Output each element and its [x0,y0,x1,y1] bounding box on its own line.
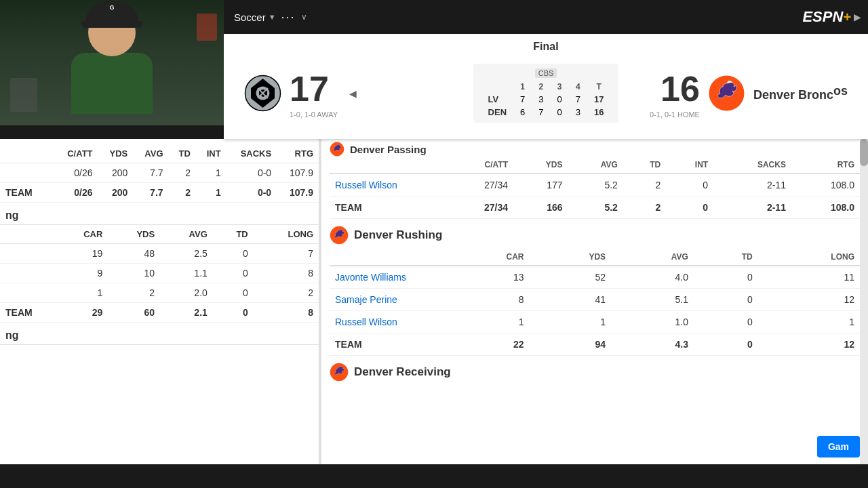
right-passing-team-row: TEAM 27/34 166 5.2 2 0 2-11 108.0 [330,197,860,219]
left-pass-team-name: TEAM [0,183,54,203]
den-total: 16 [587,106,610,119]
left-r1-yds: 48 [108,244,160,264]
q4-header: 4 [569,81,587,93]
lv-q1: 7 [513,93,532,106]
scrollbar-thumb[interactable] [860,139,868,166]
left-p1-yds: 200 [98,163,134,183]
left-r2-avg: 1.1 [160,264,213,283]
rp-team-td: 2 [623,197,666,219]
nav-expand[interactable]: ∨ [301,12,307,22]
left-pass-team-rtg: 107.9 [277,183,319,203]
table-row: 9 10 1.1 0 8 [0,264,319,283]
webcam-feed: G [0,0,224,125]
left-panel: C/ATT YDS AVG TD INT SACKS RTG 0/26 200 [0,139,319,488]
rp-p1-yds: 177 [513,174,568,197]
left-r1-avg: 2.5 [160,244,213,264]
rr-p2-name-link[interactable]: Samaje Perine [335,294,397,305]
main-content: C/ATT YDS AVG TD INT SACKS RTG 0/26 200 [0,139,868,488]
q1-header: 1 [513,81,532,93]
left-r2-name [0,264,54,283]
left-rush-yds-header: YDS [108,225,160,244]
nav-soccer[interactable]: Soccer ▼ [234,12,276,23]
total-header: T [587,81,610,93]
rr-p1-car: 13 [445,266,529,289]
rr-p1-name-link[interactable]: Javonte Williams [335,272,406,283]
webcam-overlay: G [0,0,224,125]
left-rushing-header: ng [0,203,319,225]
nav-more-button[interactable]: ··· [281,10,296,24]
broncos-logo [708,75,745,112]
lv-q4: 7 [569,93,587,106]
raiders-logo-svg [244,75,281,112]
left-p1-sacks: 0-0 [226,163,277,183]
broncos-rushing-icon [330,226,349,245]
lv-abbr: LV [481,93,513,106]
home-record: 0-1, 0-1 HOME [650,110,700,119]
left-pass-avg-header: AVG [133,144,168,163]
quarter-scores-table: 1 2 3 4 T LV 7 3 0 7 17 [481,81,611,119]
rp-int-header: INT [666,157,713,174]
right-passing-row-1: Russell Wilson 27/34 177 5.2 2 0 2-11 10… [330,174,860,197]
den-q3: 0 [551,106,569,119]
lv-total: 17 [587,93,610,106]
left-pass-catt-header: C/ATT [54,144,98,163]
left-arrow[interactable]: ◀ [346,87,359,100]
right-rushing-section: Denver Rushing CAR YDS AVG TD LONG Javon… [321,219,868,356]
rr-team-avg: 4.3 [611,333,694,356]
left-r1-name [0,244,54,264]
left-rush-long-header: LONG [254,225,319,244]
soccer-chevron-icon: ▼ [269,13,276,21]
left-r2-car: 9 [54,264,108,283]
rp-sacks-header: SACKS [713,157,791,174]
bg-item2 [10,78,37,112]
rp-team-rtg: 108.0 [791,197,860,219]
rr-p1-avg: 4.0 [611,266,694,289]
game-button[interactable]: Gam [817,436,860,458]
left-rushing-label: ng [5,209,19,221]
left-rush-team-td: 0 [213,303,254,323]
left-rush-team-row: TEAM 29 60 2.1 0 8 [0,303,319,323]
rr-td-header: TD [694,249,758,266]
rp-team-name: TEAM [330,197,445,219]
left-rushing-stats: CAR YDS AVG TD LONG 19 48 2.5 0 7 [0,225,319,323]
left-p1-catt: 0/26 [54,163,98,183]
broncos-receiving-icon [330,363,349,382]
person-head-area: G [88,9,136,56]
left-rush-team-long: 8 [254,303,319,323]
right-receiving-section: Denver Receiving [321,356,868,386]
scrollbar[interactable] [860,139,868,488]
rp-p1-name-link[interactable]: Russell Wilson [335,180,397,190]
rp-p1-td: 2 [623,174,666,197]
left-rush-team-car: 29 [54,303,108,323]
right-rushing-header: Denver Rushing [330,219,860,249]
rr-p1-yds: 52 [529,266,611,289]
den-q1: 6 [513,106,532,119]
rp-team-int: 0 [666,197,713,219]
left-r3-yds: 2 [108,283,160,303]
cap-letter: G [109,4,114,11]
rr-team-car: 22 [445,333,529,356]
table-row: 19 48 2.5 0 7 [0,244,319,264]
rp-p1-avg: 5.2 [568,174,623,197]
left-r3-car: 1 [54,283,108,303]
rr-p2-td: 0 [694,289,758,311]
rp-td-header: TD [623,157,666,174]
left-pass-team-sacks: 0-0 [226,183,277,203]
bottom-bar [0,464,868,488]
table-row: 0/26 200 7.7 2 1 0-0 107.9 [0,163,319,183]
left-pass-int-header: INT [196,144,226,163]
game-status: Final [533,41,558,53]
left-pass-td-header: TD [169,144,196,163]
left-r3-long: 2 [254,283,319,303]
score-content: 17 1-0, 1-0 AWAY ◀ CBS 1 2 3 4 T [224,64,868,123]
den-q2: 7 [532,106,550,119]
left-rush-name-header [0,225,54,244]
right-receiving-label: Denver Receiving [354,365,451,379]
rp-team-yds: 166 [513,197,568,219]
rr-p3-name-link[interactable]: Russell Wilson [335,317,397,327]
left-pass-team-int: 1 [196,183,226,203]
right-rushing-row-1: Javonte Williams 13 52 4.0 0 11 [330,266,860,289]
team-col-header [481,81,513,93]
espn-logo: ESPN + ▶ [802,8,861,26]
broncos-logo-svg [708,75,745,112]
